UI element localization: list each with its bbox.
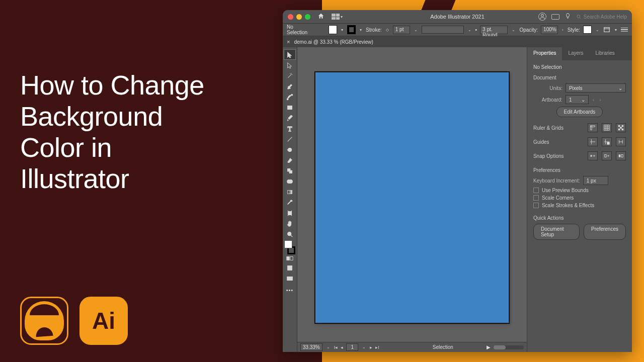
artboard-nav-last[interactable]: ▸I: [375, 345, 379, 350]
eraser-tool[interactable]: [284, 155, 296, 165]
home-icon[interactable]: [317, 13, 325, 21]
brush-profile[interactable]: 3 pt. Round: [480, 26, 508, 34]
curvature-tool[interactable]: [284, 92, 296, 102]
artboard-tool[interactable]: [284, 208, 296, 218]
help-search[interactable]: Search Adobe Help: [576, 14, 627, 20]
chevron-down-icon[interactable]: ⌄: [413, 28, 419, 32]
keyboard-increment-input[interactable]: [583, 176, 608, 185]
artboard-dropdown[interactable]: 1⌄: [566, 95, 589, 104]
stroke-profile-dropdown[interactable]: [422, 26, 463, 34]
grid-icon[interactable]: [602, 123, 612, 132]
guides-lock-icon[interactable]: [602, 137, 612, 146]
artboard-next-icon[interactable]: ›: [598, 97, 602, 103]
direct-selection-tool[interactable]: [284, 60, 296, 70]
use-preview-bounds-checkbox[interactable]: Use Preview Bounds: [533, 188, 626, 193]
magic-wand-tool[interactable]: [284, 70, 296, 81]
edit-toolbar-icon[interactable]: •••: [284, 285, 296, 295]
chevron-down-icon[interactable]: ⌄: [361, 345, 367, 349]
svg-rect-44: [605, 154, 606, 157]
artboard-nav-next[interactable]: ▸: [370, 345, 372, 350]
artboard-nav-first[interactable]: I◂: [334, 345, 338, 350]
snap-to-pixel-icon[interactable]: [616, 151, 626, 160]
type-tool[interactable]: [284, 123, 296, 134]
chevron-down-icon[interactable]: ⌄: [467, 28, 472, 32]
window-close-button[interactable]: [288, 14, 293, 20]
artboard-number[interactable]: 1: [346, 343, 358, 351]
svg-line-2: [580, 17, 581, 18]
scale-tool[interactable]: [284, 165, 296, 176]
chevron-down-icon[interactable]: ⌄: [326, 345, 331, 349]
zoom-level[interactable]: 33.33%: [300, 343, 323, 351]
zoom-tool[interactable]: [284, 229, 296, 239]
learn-icon[interactable]: [565, 13, 571, 21]
shape-builder-tool[interactable]: [284, 176, 296, 187]
selection-tool[interactable]: [284, 49, 296, 60]
transparency-grid-icon[interactable]: [616, 123, 626, 132]
smart-guides-icon[interactable]: [616, 137, 626, 146]
eyedropper-tool[interactable]: [284, 197, 296, 208]
preferences-button[interactable]: Preferences: [584, 224, 626, 240]
snap-to-point-icon[interactable]: [588, 151, 598, 160]
draw-mode-icon[interactable]: [284, 262, 296, 273]
color-mode-toggle[interactable]: [284, 254, 296, 262]
fill-swatch[interactable]: [329, 25, 337, 34]
fill-stroke-swatch[interactable]: [283, 240, 296, 254]
chevron-down-icon[interactable]: ▾: [359, 28, 363, 32]
chevron-down-icon[interactable]: ⌄: [595, 28, 600, 32]
rotate-tool[interactable]: [284, 144, 296, 155]
units-dropdown[interactable]: Pixels⌄: [566, 83, 626, 93]
snap-to-grid-icon[interactable]: [602, 151, 612, 160]
chevron-right-icon[interactable]: ›: [561, 28, 565, 32]
opacity-input[interactable]: 100%: [541, 26, 558, 34]
hand-tool[interactable]: [284, 218, 296, 229]
tab-layers[interactable]: Layers: [562, 47, 589, 60]
horizontal-scrollbar[interactable]: [494, 345, 524, 349]
document-tab[interactable]: demo.ai @ 33.33 % (RGB/Preview): [294, 39, 373, 45]
chevron-down-icon[interactable]: ⌄: [511, 28, 516, 32]
rectangle-tool[interactable]: [284, 102, 296, 113]
close-tab-icon[interactable]: ×: [287, 39, 290, 45]
svg-rect-33: [618, 129, 620, 130]
gradient-tool[interactable]: [284, 187, 296, 197]
units-label: Units:: [533, 85, 562, 91]
guides-show-icon[interactable]: [588, 137, 598, 146]
paintbrush-tool[interactable]: [284, 113, 296, 123]
line-tool[interactable]: [284, 134, 296, 144]
account-icon[interactable]: [538, 13, 546, 21]
stroke-weight-input[interactable]: 1 pt: [393, 26, 411, 34]
window-maximize-button[interactable]: [305, 14, 310, 20]
svg-point-12: [289, 179, 292, 183]
style-swatch[interactable]: [583, 26, 592, 34]
artboard-prev-icon[interactable]: ‹: [592, 97, 595, 103]
svg-rect-39: [607, 142, 609, 144]
canvas-area[interactable]: 33.33%⌄ I◂ ◂ 1⌄ ▸ ▸I Selection ▶: [297, 47, 527, 352]
panel-menu-icon[interactable]: [621, 28, 628, 32]
play-icon[interactable]: ▶: [487, 344, 491, 350]
chevron-down-icon[interactable]: ▾: [614, 28, 618, 32]
document-setup-button[interactable]: Document Setup: [533, 224, 580, 240]
svg-rect-46: [621, 154, 623, 157]
artboard-nav-prev[interactable]: ◂: [341, 345, 343, 350]
pen-tool[interactable]: [284, 81, 296, 92]
scale-corners-checkbox[interactable]: Scale Corners: [533, 195, 626, 201]
window-minimize-button[interactable]: [296, 14, 302, 20]
svg-rect-10: [289, 170, 292, 173]
svg-line-20: [291, 235, 293, 237]
svg-rect-23: [288, 265, 292, 270]
screen-mode-icon[interactable]: [284, 273, 296, 284]
document-setup-icon[interactable]: [603, 26, 611, 33]
ruler-icon[interactable]: [588, 123, 598, 132]
scale-strokes-checkbox[interactable]: Scale Strokes & Effects: [533, 203, 626, 208]
tab-properties[interactable]: Properties: [527, 47, 562, 60]
stroke-swatch[interactable]: [347, 25, 356, 34]
workspace-switcher[interactable]: [332, 14, 340, 20]
edit-artboards-button[interactable]: Edit Artboards: [556, 107, 603, 117]
svg-point-0: [541, 14, 543, 17]
arrange-windows-icon[interactable]: [551, 14, 559, 20]
chevron-down-icon[interactable]: ▾: [340, 28, 344, 32]
artboard[interactable]: [315, 72, 509, 323]
chevron-down-icon[interactable]: ▾: [340, 15, 344, 19]
stroke-weight-stepper[interactable]: ◇: [385, 28, 390, 32]
tab-libraries[interactable]: Libraries: [590, 47, 621, 60]
tutorial-title: How to Change Background Color in Illust…: [20, 69, 204, 194]
